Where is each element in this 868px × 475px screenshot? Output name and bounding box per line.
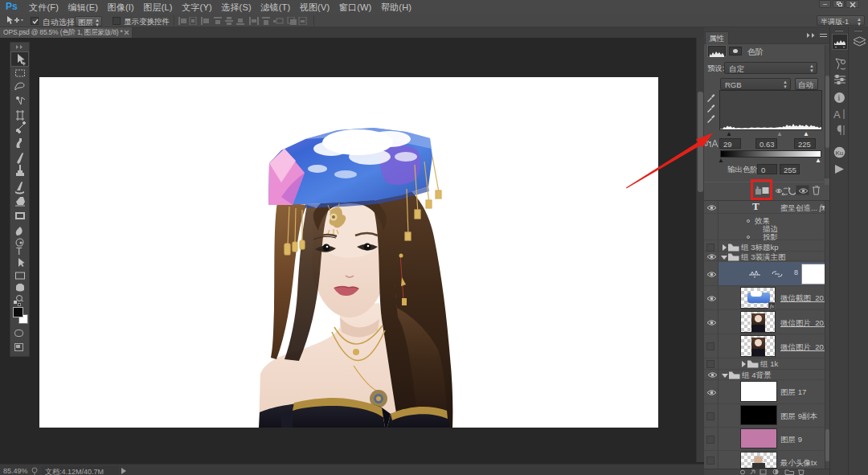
svg-text:Ku: Ku <box>836 149 844 157</box>
svg-text:T: T <box>16 246 23 257</box>
svg-text:A: A <box>833 109 841 120</box>
svg-text:i: i <box>838 93 841 102</box>
